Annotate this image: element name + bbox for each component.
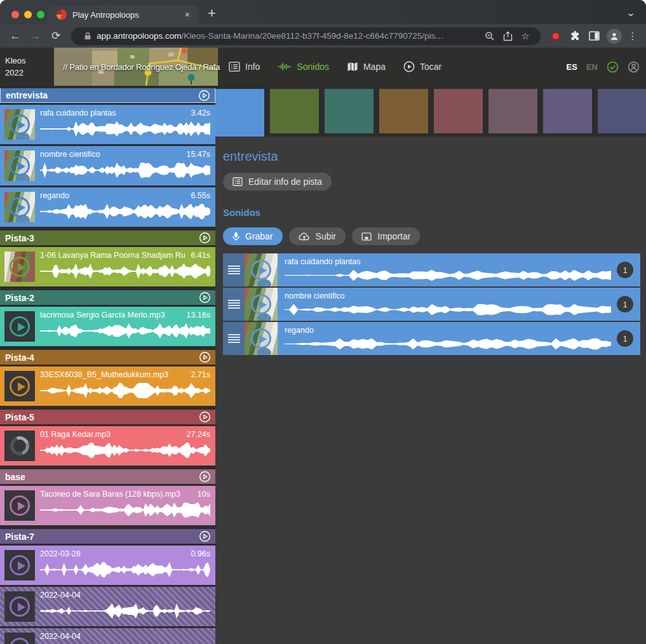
side-panel-icon[interactable]	[585, 30, 603, 43]
close-window-button[interactable]	[11, 11, 19, 18]
play-icon[interactable]	[10, 316, 30, 337]
record-button[interactable]: Grabar	[223, 227, 283, 245]
import-icon	[361, 232, 372, 241]
play-icon[interactable]	[10, 495, 30, 516]
audio-clip[interactable]: 1-06 Lavanya Rama Poorna Shadjam Rupak..…	[0, 247, 215, 286]
nav-sonidos[interactable]: Sonidos	[278, 62, 329, 72]
clip-name: Taconeo de Sara Baras (128 kbps).mp3	[40, 490, 192, 499]
track-header[interactable]: Pista-2	[0, 290, 215, 305]
share-icon[interactable]	[499, 30, 516, 43]
nav-mapa[interactable]: Mapa	[347, 62, 386, 72]
sound-thumbnail	[245, 288, 278, 321]
waveform	[40, 121, 210, 137]
audio-clip[interactable]: 33ESX6038_B5_Muthedukkum.mp32.71s	[0, 366, 215, 406]
track-tab[interactable]	[488, 89, 537, 133]
audio-clip[interactable]: rafa cuidando plantas3.42s	[0, 105, 215, 144]
check-circle-icon[interactable]	[607, 61, 619, 73]
sound-row[interactable]: nombre cientifico 1	[223, 288, 640, 321]
track-tab[interactable]	[434, 89, 483, 133]
edit-track-info-button[interactable]: Editar info de pista	[223, 173, 332, 191]
play-icon[interactable]	[10, 156, 30, 176]
sound-row[interactable]: rafa cuidando plantas 1	[223, 253, 640, 286]
play-icon[interactable]	[10, 197, 30, 217]
clip-duration: 27.24s	[186, 430, 210, 439]
bookmark-star-icon[interactable]: ☆	[516, 30, 534, 43]
play-icon[interactable]	[10, 376, 30, 396]
play-track-icon[interactable]	[199, 232, 211, 244]
drag-handle[interactable]	[223, 322, 245, 355]
sound-row[interactable]: regando 1	[223, 322, 640, 355]
track-tab[interactable]	[270, 89, 319, 133]
reload-button[interactable]: ⟳	[47, 29, 65, 43]
clip-thumbnail	[4, 311, 35, 342]
zoom-window-button[interactable]	[37, 11, 44, 18]
play-circle-icon	[403, 61, 415, 72]
track-tab[interactable]	[598, 89, 646, 133]
play-track-icon[interactable]	[198, 90, 210, 102]
forward-button[interactable]: →	[27, 30, 44, 43]
address-bar[interactable]: app.antropoloops.com/Kleos-Santa-Marina/…	[71, 27, 541, 45]
play-track-icon[interactable]	[199, 411, 211, 423]
minimize-window-button[interactable]	[24, 11, 32, 18]
track-tab[interactable]	[325, 89, 373, 133]
profile-avatar-icon[interactable]	[607, 29, 622, 44]
play-icon[interactable]	[251, 294, 271, 314]
recording-extension-icon[interactable]	[551, 32, 560, 41]
track-header[interactable]: Pista-3	[0, 231, 215, 245]
nav-tocar[interactable]: Tocar	[403, 61, 441, 72]
account-icon[interactable]	[628, 61, 640, 73]
import-button[interactable]: Importar	[352, 227, 420, 245]
play-icon[interactable]	[10, 638, 30, 644]
play-icon[interactable]	[10, 114, 30, 135]
extensions-puzzle-icon[interactable]	[566, 30, 584, 43]
play-icon[interactable]	[10, 257, 30, 277]
audio-clip[interactable]: regando6.55s	[0, 187, 215, 227]
audio-clip[interactable]: 2022-04-04	[0, 628, 215, 644]
play-track-icon[interactable]	[199, 471, 211, 483]
track-header[interactable]: entrevista	[0, 88, 215, 103]
track-header[interactable]: base	[0, 469, 215, 484]
sidebar-track-pista-4: Pista-4 33ESX6038_B5_Muthedukkum.mp32.71…	[0, 350, 215, 406]
track-tab[interactable]	[543, 89, 592, 133]
waveform	[285, 338, 611, 350]
close-tab-icon[interactable]: ×	[182, 8, 192, 21]
new-tab-button[interactable]: +	[208, 5, 216, 22]
waveform	[40, 502, 210, 518]
audio-clip[interactable]: lacrimosa Sergio García Merlo.mp313.16s	[0, 307, 215, 346]
zoom-out-icon[interactable]	[481, 30, 499, 43]
play-track-icon[interactable]	[199, 351, 211, 363]
play-icon[interactable]	[251, 260, 271, 280]
audio-clip[interactable]: Taconeo de Sara Baras (128 kbps).mp310s	[0, 486, 215, 525]
nav-info[interactable]: Info	[229, 62, 260, 72]
play-icon[interactable]	[251, 328, 271, 349]
browser-menu-icon[interactable]: ⋮	[626, 30, 640, 42]
track-header[interactable]: Pista-7	[0, 529, 215, 544]
track-tab-entrevista[interactable]	[215, 89, 264, 137]
drag-handle-icon	[228, 300, 240, 309]
play-icon[interactable]	[10, 596, 30, 617]
play-track-icon[interactable]	[199, 292, 211, 304]
audio-clip[interactable]: 2022-03-280.96s	[0, 546, 215, 585]
clip-duration: 6.55s	[191, 191, 210, 200]
drag-handle[interactable]	[223, 288, 245, 321]
play-icon[interactable]	[10, 555, 30, 575]
track-header[interactable]: Pista-4	[0, 350, 215, 365]
upload-button[interactable]: Subir	[289, 227, 346, 245]
track-header[interactable]: Pista-5	[0, 410, 215, 424]
lang-en[interactable]: EN	[586, 62, 598, 72]
track-tab[interactable]	[379, 89, 428, 133]
track-name: entrevista	[6, 90, 48, 100]
play-track-icon[interactable]	[199, 530, 211, 542]
tab-search-chevron-icon[interactable]: ⌄	[626, 8, 636, 18]
back-button[interactable]: ←	[6, 30, 24, 43]
browser-tab[interactable]: Play Antropoloops ×	[48, 5, 199, 24]
lock-icon	[79, 30, 97, 43]
audio-clip[interactable]: 01 Raga Kedar.mp327.24s	[0, 426, 215, 466]
clip-thumbnail	[4, 591, 35, 622]
waveform	[40, 382, 210, 399]
audio-clip[interactable]: 2022-04-04	[0, 587, 215, 626]
lang-es[interactable]: ES	[567, 62, 577, 72]
drag-handle[interactable]	[223, 253, 245, 286]
browser-toolbar: ← → ⟳ app.antropoloops.com/Kleos-Santa-M…	[0, 24, 646, 48]
audio-clip[interactable]: nombre cientifico15.47s	[0, 146, 215, 185]
